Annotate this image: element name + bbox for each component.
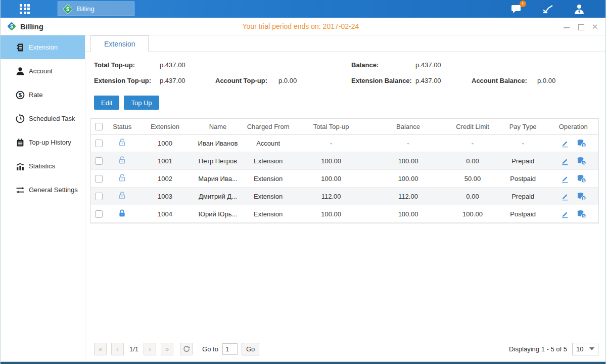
row-checkbox[interactable] bbox=[95, 193, 103, 200]
topbar-tab-billing[interactable]: $ Billing bbox=[58, 2, 134, 16]
row-checkbox[interactable] bbox=[95, 175, 103, 183]
billing-diamond-icon: $ bbox=[7, 21, 17, 31]
cell-charged-from: Extension bbox=[243, 175, 294, 183]
sidebar-item-label: Rate bbox=[29, 91, 42, 99]
sidebar-item-rate[interactable]: $ Rate bbox=[1, 83, 85, 107]
edit-pencil-icon[interactable] bbox=[561, 139, 569, 148]
rate-icon: $ bbox=[16, 90, 25, 100]
apps-grid-icon[interactable] bbox=[20, 4, 35, 14]
cell-extension: 1003 bbox=[137, 193, 193, 200]
col-total-topup: Total Top-up bbox=[293, 123, 368, 130]
col-charged-from: Charged From bbox=[243, 123, 294, 130]
edit-pencil-icon[interactable] bbox=[561, 192, 569, 201]
billing-diamond-icon: $ bbox=[62, 4, 73, 15]
topup-coins-icon[interactable]: $ bbox=[577, 139, 586, 148]
topup-coins-icon[interactable]: $ bbox=[577, 174, 586, 183]
summary-stats: Total Top-up: p.437.00 Balance: p.437.00… bbox=[94, 57, 599, 88]
window-controls: ✕ bbox=[563, 18, 598, 35]
sidebar-item-extension[interactable]: Extension bbox=[1, 35, 85, 59]
status-lock-icon[interactable] bbox=[118, 138, 126, 147]
sidebar-item-scheduled-task[interactable]: Scheduled Task bbox=[1, 107, 85, 130]
statistics-icon bbox=[16, 162, 25, 171]
cell-credit-limit: 0.00 bbox=[447, 157, 498, 165]
page-size-select[interactable]: 10 bbox=[572, 343, 598, 355]
cell-name: Юрий Юрь... bbox=[193, 210, 243, 218]
page-indicator: 1/1 bbox=[129, 345, 138, 353]
row-checkbox[interactable] bbox=[95, 140, 103, 147]
edit-pencil-icon[interactable] bbox=[561, 174, 569, 183]
edit-button[interactable]: Edit bbox=[94, 96, 119, 110]
table-body: 1000 Иван Иванов Account - - - - $ bbox=[91, 134, 598, 223]
row-checkbox[interactable] bbox=[95, 210, 103, 218]
cell-pay-type: - bbox=[498, 140, 548, 147]
go-button[interactable]: Go bbox=[242, 343, 259, 355]
table-row: 1002 Мария Ива... Extension 100.00 100.0… bbox=[91, 170, 598, 188]
cell-name: Дмитрий Д... bbox=[193, 193, 243, 200]
cell-pay-type: Prepaid bbox=[498, 193, 548, 200]
row-checkbox[interactable] bbox=[95, 157, 103, 165]
sidebar-item-topup-history[interactable]: Top-up History bbox=[1, 130, 85, 154]
account-icon bbox=[16, 67, 25, 76]
status-lock-icon[interactable] bbox=[118, 209, 126, 217]
sidebar-item-label: Top-up History bbox=[29, 139, 71, 146]
minimize-icon[interactable] bbox=[563, 23, 570, 30]
status-lock-icon[interactable] bbox=[118, 173, 126, 182]
total-topup-label: Total Top-up: bbox=[94, 61, 160, 69]
col-extension: Extension bbox=[137, 123, 193, 130]
svg-text:$: $ bbox=[10, 24, 13, 29]
chat-notification-icon[interactable]: ! bbox=[511, 4, 523, 14]
cell-pay-type: Postpaid bbox=[498, 175, 548, 183]
cell-pay-type: Postpaid bbox=[498, 210, 548, 218]
goto-page-input[interactable] bbox=[222, 343, 238, 355]
refresh-icon[interactable] bbox=[180, 343, 193, 355]
cell-balance: 112.00 bbox=[369, 193, 447, 200]
col-balance: Balance bbox=[369, 123, 447, 130]
extension-topup-label: Extension Top-up: bbox=[94, 77, 160, 84]
table-row: 1000 Иван Иванов Account - - - - $ bbox=[91, 134, 598, 152]
content-tabstrip: Extension bbox=[85, 35, 605, 52]
general-settings-icon bbox=[16, 186, 25, 195]
sidebar-item-statistics[interactable]: Statistics bbox=[1, 154, 85, 178]
svg-text:$: $ bbox=[66, 6, 69, 12]
cell-pay-type: Prepaid bbox=[498, 157, 548, 165]
cell-total-topup: 100.00 bbox=[293, 210, 368, 218]
cell-name: Мария Ива... bbox=[193, 175, 243, 183]
col-operation: Operation bbox=[548, 123, 598, 130]
tab-extension[interactable]: Extension bbox=[90, 35, 149, 52]
first-page-button[interactable]: « bbox=[94, 343, 107, 355]
sidebar-item-label: Scheduled Task bbox=[29, 115, 75, 122]
cell-extension: 1004 bbox=[137, 210, 193, 218]
edit-pencil-icon[interactable] bbox=[561, 210, 569, 218]
sidebar-item-general-settings[interactable]: General Settings bbox=[1, 178, 85, 202]
account-topup-label: Account Top-up: bbox=[215, 77, 278, 84]
topup-coins-icon[interactable]: $ bbox=[577, 157, 586, 165]
top-up-button[interactable]: Top Up bbox=[124, 96, 159, 110]
topup-coins-icon[interactable]: $ bbox=[577, 210, 586, 218]
cell-extension: 1002 bbox=[137, 175, 193, 183]
col-credit-limit: Credit Limit bbox=[447, 123, 498, 130]
resource-monitor-icon[interactable] bbox=[542, 4, 554, 14]
sidebar-item-label: Statistics bbox=[29, 162, 55, 170]
user-icon[interactable] bbox=[573, 4, 585, 15]
select-all-checkbox[interactable] bbox=[95, 123, 103, 130]
edit-pencil-icon[interactable] bbox=[561, 157, 569, 165]
topbar-right-icons: ! bbox=[511, 0, 585, 18]
col-pay-type: Pay Type bbox=[498, 123, 548, 130]
pagination-bar: « ‹ 1/1 › » Go to Go Displaying 1 - 5 of… bbox=[85, 339, 605, 361]
maximize-icon[interactable] bbox=[577, 23, 584, 30]
prev-page-button[interactable]: ‹ bbox=[111, 343, 124, 355]
status-lock-icon[interactable] bbox=[118, 156, 126, 164]
sidebar-item-account[interactable]: Account bbox=[1, 59, 85, 83]
extension-balance-value: p.437.00 bbox=[415, 77, 472, 84]
close-icon[interactable]: ✕ bbox=[591, 23, 598, 30]
topup-history-icon bbox=[16, 138, 25, 147]
cell-total-topup: 112.00 bbox=[293, 193, 368, 200]
sidebar-item-label: General Settings bbox=[29, 186, 78, 194]
status-lock-icon[interactable] bbox=[118, 191, 126, 200]
last-page-button[interactable]: » bbox=[161, 343, 173, 355]
next-page-button[interactable]: › bbox=[144, 343, 156, 355]
cell-credit-limit: 50.00 bbox=[447, 175, 498, 183]
topup-coins-icon[interactable]: $ bbox=[577, 192, 586, 201]
cell-name: Иван Иванов bbox=[193, 140, 243, 147]
total-topup-value: p.437.00 bbox=[160, 61, 215, 69]
